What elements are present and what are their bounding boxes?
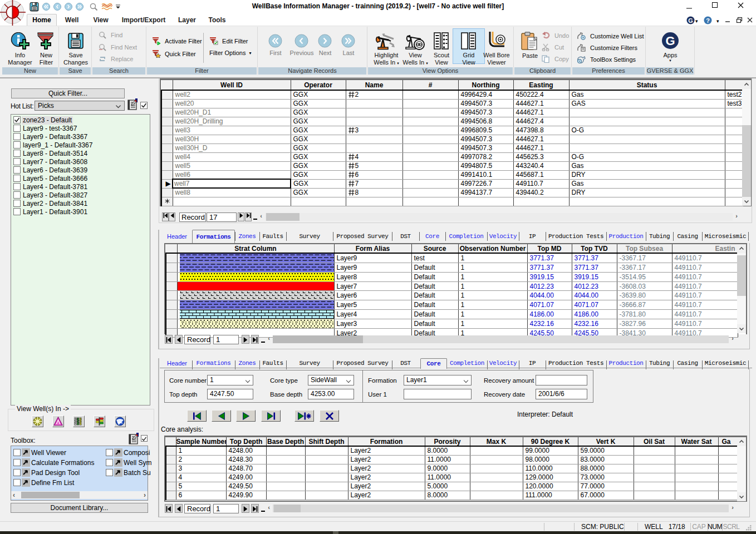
svg-text:G: G	[688, 17, 693, 24]
svg-text:G: G	[665, 34, 675, 48]
svg-text:?: ?	[706, 17, 710, 24]
